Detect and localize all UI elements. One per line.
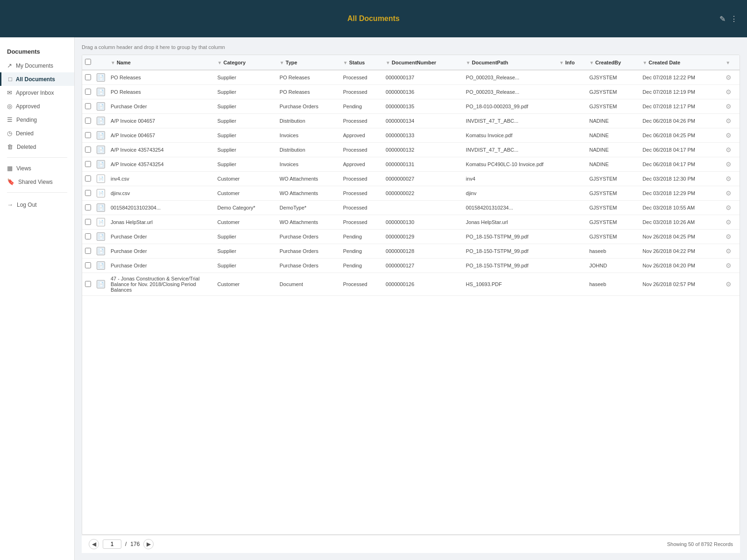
row-checkbox-cell[interactable] bbox=[82, 215, 94, 230]
row-link[interactable]: ⚙ bbox=[723, 172, 740, 186]
sidebar-item-my-documents[interactable]: ↗ My Documents bbox=[0, 59, 74, 72]
row-checkbox-4[interactable] bbox=[85, 132, 91, 138]
table-row[interactable]: 📄 0015842013102304... Demo Category* Dem… bbox=[82, 201, 740, 215]
row-link-icon[interactable]: ⚙ bbox=[726, 88, 732, 96]
row-link[interactable]: ⚙ bbox=[723, 85, 740, 99]
table-row[interactable]: 📄 PO Releases Supplier PO Releases Proce… bbox=[82, 70, 740, 85]
filter-category-icon[interactable]: ▼ bbox=[218, 60, 222, 65]
row-link[interactable]: ⚙ bbox=[723, 244, 740, 259]
row-checkbox-cell[interactable] bbox=[82, 85, 94, 99]
row-link[interactable]: ⚙ bbox=[723, 114, 740, 128]
sidebar-item-all-documents[interactable]: □ All Documents bbox=[0, 72, 74, 86]
table-row[interactable]: 📄 Purchase Order Supplier Purchase Order… bbox=[82, 99, 740, 114]
row-checkbox-9[interactable] bbox=[85, 204, 91, 210]
row-link[interactable]: ⚙ bbox=[723, 143, 740, 157]
sidebar-item-approved[interactable]: ◎ Approved bbox=[0, 99, 74, 113]
filter-docpath-icon[interactable]: ▼ bbox=[466, 60, 471, 65]
row-link-icon[interactable]: ⚙ bbox=[726, 161, 732, 168]
row-link-icon[interactable]: ⚙ bbox=[726, 74, 732, 81]
row-checkbox-14[interactable] bbox=[85, 281, 91, 287]
row-checkbox-cell[interactable] bbox=[82, 201, 94, 215]
header-created-date[interactable]: ▼Created Date bbox=[640, 55, 723, 70]
row-link[interactable]: ⚙ bbox=[723, 201, 740, 215]
table-row[interactable]: 📄 Purchase Order Supplier Purchase Order… bbox=[82, 230, 740, 244]
row-link-icon[interactable]: ⚙ bbox=[726, 204, 732, 211]
row-link-icon[interactable]: ⚙ bbox=[726, 103, 732, 110]
row-checkbox-8[interactable] bbox=[85, 190, 91, 196]
row-checkbox-cell[interactable] bbox=[82, 114, 94, 128]
row-link[interactable]: ⚙ bbox=[723, 273, 740, 296]
row-checkbox-5[interactable] bbox=[85, 147, 91, 153]
page-input[interactable] bbox=[103, 539, 121, 549]
sidebar-item-approver-inbox[interactable]: ✉ Approver Inbox bbox=[0, 86, 74, 99]
row-link[interactable]: ⚙ bbox=[723, 259, 740, 273]
filter-link-icon[interactable]: ▼ bbox=[726, 60, 730, 65]
row-checkbox-cell[interactable] bbox=[82, 273, 94, 296]
row-link-icon[interactable]: ⚙ bbox=[726, 132, 732, 139]
row-checkbox-6[interactable] bbox=[85, 161, 91, 167]
filter-name-icon[interactable]: ▼ bbox=[111, 60, 115, 65]
sidebar-item-shared-views[interactable]: 🔖 Shared Views bbox=[0, 175, 74, 189]
table-row[interactable]: 📄 47 - Jonas Construction & Service/Tria… bbox=[82, 273, 740, 296]
header-type[interactable]: ▼Type bbox=[277, 55, 340, 70]
row-link-icon[interactable]: ⚙ bbox=[726, 247, 732, 255]
row-link-icon[interactable]: ⚙ bbox=[726, 175, 732, 182]
filter-type-icon[interactable]: ▼ bbox=[280, 60, 284, 65]
row-link-icon[interactable]: ⚙ bbox=[726, 218, 732, 226]
row-link-icon[interactable]: ⚙ bbox=[726, 262, 732, 269]
filter-status-icon[interactable]: ▼ bbox=[343, 60, 348, 65]
documents-table-container[interactable]: ▼Name ▼Category ▼Type ▼Status ▼DocumentN… bbox=[82, 55, 740, 535]
table-row[interactable]: 📄 A/P Invoice 004657 Supplier Invoices A… bbox=[82, 128, 740, 143]
menu-icon[interactable]: ⋮ bbox=[730, 14, 738, 23]
header-category[interactable]: ▼Category bbox=[215, 55, 277, 70]
table-row[interactable]: 📄 A/P Invoice 435743254 Supplier Distrib… bbox=[82, 143, 740, 157]
sidebar-item-views[interactable]: ▦ Views bbox=[0, 161, 74, 175]
row-checkbox-cell[interactable] bbox=[82, 230, 94, 244]
row-link-icon[interactable]: ⚙ bbox=[726, 189, 732, 197]
row-link-icon[interactable]: ⚙ bbox=[726, 146, 732, 154]
row-checkbox-10[interactable] bbox=[85, 219, 91, 225]
row-checkbox-13[interactable] bbox=[85, 262, 91, 268]
row-checkbox-cell[interactable] bbox=[82, 70, 94, 85]
row-link[interactable]: ⚙ bbox=[723, 128, 740, 143]
header-document-number[interactable]: ▼DocumentNumber bbox=[383, 55, 463, 70]
header-status[interactable]: ▼Status bbox=[340, 55, 383, 70]
row-checkbox-cell[interactable] bbox=[82, 128, 94, 143]
row-link-icon[interactable]: ⚙ bbox=[726, 117, 732, 125]
row-checkbox-cell[interactable] bbox=[82, 186, 94, 201]
table-row[interactable]: 📄 A/P Invoice 004657 Supplier Distributi… bbox=[82, 114, 740, 128]
row-checkbox-cell[interactable] bbox=[82, 244, 94, 259]
table-row[interactable]: 📄 Purchase Order Supplier Purchase Order… bbox=[82, 244, 740, 259]
edit-icon[interactable]: ✎ bbox=[719, 14, 726, 23]
row-checkbox-cell[interactable] bbox=[82, 143, 94, 157]
table-row[interactable]: 📄 djinv.csv Customer WO Attachments Proc… bbox=[82, 186, 740, 201]
row-checkbox-12[interactable] bbox=[85, 248, 91, 254]
filter-date-icon[interactable]: ▼ bbox=[642, 60, 647, 65]
header-name[interactable]: ▼Name bbox=[108, 55, 215, 70]
header-created-by[interactable]: ▼CreatedBy bbox=[586, 55, 640, 70]
row-checkbox-0[interactable] bbox=[85, 74, 91, 80]
row-checkbox-11[interactable] bbox=[85, 233, 91, 239]
row-checkbox-cell[interactable] bbox=[82, 99, 94, 114]
header-document-path[interactable]: ▼DocumentPath bbox=[463, 55, 557, 70]
row-link[interactable]: ⚙ bbox=[723, 157, 740, 172]
row-checkbox-2[interactable] bbox=[85, 103, 91, 109]
table-row[interactable]: 📄 Purchase Order Supplier Purchase Order… bbox=[82, 259, 740, 273]
table-row[interactable]: 📄 Jonas HelpStar.url Customer WO Attachm… bbox=[82, 215, 740, 230]
sidebar-item-pending[interactable]: ☰ Pending bbox=[0, 113, 74, 126]
row-link-icon[interactable]: ⚙ bbox=[726, 280, 732, 288]
header-checkbox[interactable] bbox=[82, 55, 94, 70]
row-link[interactable]: ⚙ bbox=[723, 215, 740, 230]
filter-info-icon[interactable]: ▼ bbox=[559, 60, 564, 65]
table-row[interactable]: 📄 PO Releases Supplier PO Releases Proce… bbox=[82, 85, 740, 99]
filter-createdby-icon[interactable]: ▼ bbox=[589, 60, 594, 65]
select-all-checkbox[interactable] bbox=[85, 59, 91, 65]
row-checkbox-1[interactable] bbox=[85, 89, 91, 95]
sidebar-item-logout[interactable]: → Log Out bbox=[0, 196, 74, 211]
row-link[interactable]: ⚙ bbox=[723, 186, 740, 201]
filter-docnum-icon[interactable]: ▼ bbox=[386, 60, 390, 65]
row-link[interactable]: ⚙ bbox=[723, 70, 740, 85]
table-row[interactable]: 📄 inv4.csv Customer WO Attachments Proce… bbox=[82, 172, 740, 186]
row-checkbox-cell[interactable] bbox=[82, 157, 94, 172]
sidebar-item-denied[interactable]: ◷ Denied bbox=[0, 126, 74, 140]
